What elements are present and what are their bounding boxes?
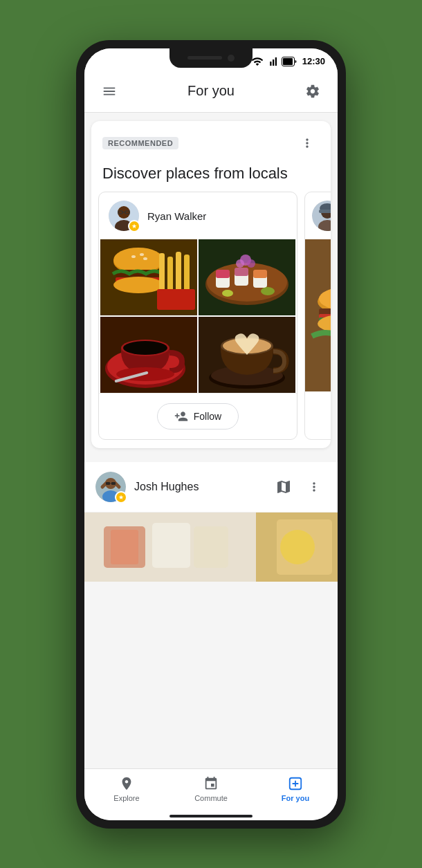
- avatar-circle-second: [312, 201, 331, 231]
- status-icons: 12:30: [251, 55, 325, 68]
- svg-rect-17: [159, 253, 165, 291]
- svg-rect-54: [319, 210, 331, 213]
- josh-more-button[interactable]: [302, 474, 327, 499]
- local-guide-badge-josh: ★: [115, 491, 127, 504]
- svg-rect-28: [235, 268, 248, 276]
- more-options-button[interactable]: [295, 131, 320, 156]
- signal-icon: [266, 55, 279, 68]
- svg-point-31: [222, 290, 233, 297]
- phone-shell: 12:30 For you RECOMMENDED: [76, 40, 346, 829]
- svg-point-12: [140, 253, 144, 256]
- svg-rect-1: [283, 58, 293, 65]
- svg-rect-21: [157, 289, 195, 310]
- bottom-nav: Explore Commute For you: [84, 768, 338, 811]
- nav-explore-label: Explore: [113, 794, 139, 802]
- battery-icon: [282, 57, 297, 66]
- svg-point-34: [236, 259, 244, 268]
- guide-cards-scroll[interactable]: ★ Ryan Walker: [91, 192, 331, 448]
- svg-rect-74: [194, 526, 228, 568]
- svg-rect-18: [167, 257, 173, 291]
- section-title: Discover places from locals: [91, 158, 331, 192]
- svg-rect-30: [253, 270, 267, 278]
- recommended-section: RECOMMENDED Discover places from locals: [91, 121, 331, 449]
- food-preview: [84, 513, 338, 582]
- guide-name-ryan: Ryan Walker: [147, 210, 206, 222]
- section-divider: [84, 456, 338, 462]
- wifi-icon: [251, 55, 264, 68]
- camera: [228, 55, 235, 62]
- svg-point-32: [261, 287, 275, 295]
- follow-button-wrap: Follow: [99, 393, 297, 439]
- photo-latte: [199, 317, 295, 393]
- svg-point-41: [123, 341, 167, 355]
- menu-button[interactable]: [97, 79, 122, 104]
- josh-name: Josh Hughes: [134, 481, 263, 493]
- avatar-josh: ★: [95, 472, 126, 502]
- svg-rect-73: [152, 523, 190, 568]
- follow-button[interactable]: Follow: [157, 403, 239, 430]
- svg-rect-20: [184, 255, 190, 291]
- svg-rect-67: [106, 482, 110, 485]
- nav-commute[interactable]: Commute: [169, 769, 253, 811]
- app-bar-title: For you: [187, 83, 235, 99]
- follow-label: Follow: [194, 411, 221, 422]
- guide-card-second[interactable]: ★: [304, 192, 331, 440]
- svg-point-35: [247, 259, 255, 268]
- svg-point-11: [131, 255, 136, 258]
- home-bar: [169, 815, 253, 818]
- guide-card-second-header: ★: [305, 192, 331, 239]
- nav-for-you-label: For you: [282, 794, 309, 802]
- photo-coffee-red: [100, 317, 197, 393]
- avatar-second: ★: [312, 201, 331, 231]
- nav-for-you[interactable]: For you: [253, 769, 338, 811]
- josh-map-button[interactable]: [271, 474, 296, 499]
- svg-rect-19: [176, 252, 181, 291]
- nav-commute-label: Commute: [194, 794, 228, 802]
- camera-notch: [169, 48, 253, 68]
- avatar-ryan: ★: [109, 201, 139, 231]
- recommended-badge: RECOMMENDED: [102, 137, 178, 149]
- svg-rect-68: [111, 482, 116, 485]
- photo-grid-ryan: [100, 239, 295, 393]
- photo-burger: [100, 239, 197, 315]
- svg-point-16: [113, 277, 163, 293]
- josh-actions: [271, 474, 327, 499]
- nav-explore[interactable]: Explore: [84, 769, 169, 811]
- photo-sushi: [199, 239, 295, 315]
- local-guide-badge-ryan: ★: [128, 220, 140, 232]
- svg-point-13: [143, 257, 147, 260]
- svg-point-10: [113, 248, 163, 273]
- josh-hughes-row: ★ Josh Hughes: [84, 462, 338, 513]
- content-scroll[interactable]: RECOMMENDED Discover places from locals: [84, 113, 338, 768]
- settings-button[interactable]: [300, 79, 325, 104]
- svg-rect-72: [111, 530, 138, 564]
- svg-point-77: [280, 530, 315, 564]
- guide-card-ryan-header: ★ Ryan Walker: [99, 192, 297, 239]
- svg-rect-26: [216, 270, 230, 278]
- speaker: [187, 56, 222, 59]
- guide-card-ryan[interactable]: ★ Ryan Walker: [98, 192, 297, 440]
- phone-screen: 12:30 For you RECOMMENDED: [84, 48, 338, 820]
- section-header: RECOMMENDED: [91, 121, 331, 158]
- status-time: 12:30: [302, 56, 325, 66]
- home-indicator: [84, 811, 338, 820]
- app-bar: For you: [84, 71, 338, 113]
